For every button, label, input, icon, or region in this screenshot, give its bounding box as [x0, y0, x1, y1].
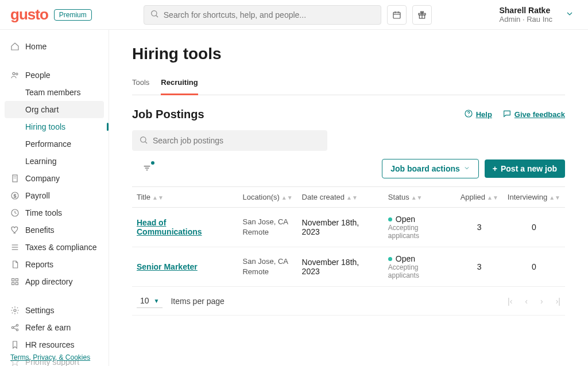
bookmark-icon — [10, 340, 20, 349]
tab-recruiting[interactable]: Recruiting — [161, 73, 198, 95]
svg-point-33 — [468, 115, 469, 116]
search-icon — [150, 9, 159, 20]
job-status: OpenAccepting applicants — [388, 215, 451, 240]
svg-rect-11 — [13, 175, 17, 182]
nav-benefits[interactable]: Benefits — [0, 221, 109, 239]
sidebar: Home People Team members Org chart Hirin… — [0, 30, 109, 366]
global-search[interactable] — [144, 5, 381, 25]
user-meta: Admin · Rau Inc — [499, 15, 552, 24]
footer-legal-link[interactable]: Terms, Privacy, & Cookies — [0, 349, 109, 366]
svg-line-1 — [156, 15, 158, 17]
job-status: OpenAccepting applicants — [388, 254, 451, 279]
page-size-select[interactable]: 10 ▼ — [137, 294, 163, 308]
col-status[interactable]: Status▲▼ — [384, 187, 456, 208]
main-content: Hiring tools Tools Recruiting Job Postin… — [109, 30, 588, 366]
help-icon — [464, 109, 473, 120]
post-job-button[interactable]: + Post a new job — [485, 159, 565, 178]
job-title-link[interactable]: Senior Marketer — [137, 262, 198, 271]
svg-rect-21 — [12, 279, 14, 281]
tab-tools[interactable]: Tools — [132, 73, 149, 95]
sort-icon: ▲▼ — [152, 194, 164, 201]
col-title[interactable]: Title▲▼ — [132, 187, 238, 208]
chevron-down-icon — [463, 164, 470, 173]
svg-rect-2 — [393, 12, 400, 18]
gift-icon[interactable] — [412, 5, 432, 25]
nav-payroll[interactable]: Payroll — [0, 187, 109, 204]
sort-icon: ▲▼ — [346, 194, 358, 201]
premium-badge[interactable]: Premium — [54, 9, 92, 21]
grid-icon — [10, 277, 20, 286]
sort-icon: ▲▼ — [411, 194, 423, 201]
status-dot-icon — [388, 257, 392, 261]
page-next-button[interactable]: › — [540, 297, 543, 306]
job-location: San Jose, CARemote — [238, 247, 297, 287]
svg-line-35 — [145, 142, 147, 143]
filter-icon — [142, 163, 152, 174]
sort-icon: ▲▼ — [487, 194, 498, 201]
status-dot-icon — [388, 217, 392, 221]
nav-hiring-tools[interactable]: Hiring tools — [0, 118, 109, 135]
feedback-link[interactable]: Give feedback — [502, 109, 565, 120]
building-icon — [10, 174, 20, 183]
svg-point-0 — [151, 11, 156, 16]
page-last-button[interactable]: ›| — [556, 297, 560, 306]
svg-point-34 — [141, 137, 146, 142]
nav-learning[interactable]: Learning — [0, 153, 109, 170]
nav-people[interactable]: People — [0, 67, 109, 84]
share-icon — [10, 323, 20, 332]
table-row: Senior Marketer San Jose, CARemote Novem… — [132, 247, 565, 287]
svg-point-10 — [16, 73, 18, 75]
items-per-page-label: Items per page — [171, 297, 224, 306]
svg-line-29 — [13, 326, 16, 328]
sort-icon: ▲▼ — [281, 194, 293, 201]
nav-org-chart[interactable]: Org chart — [5, 101, 104, 118]
job-search-input[interactable] — [153, 136, 320, 145]
nav-settings[interactable]: Settings — [0, 302, 109, 319]
job-board-actions-button[interactable]: Job board actions — [382, 159, 479, 178]
svg-line-30 — [13, 328, 16, 330]
section-title: Job Postings — [132, 108, 204, 121]
col-interviewing[interactable]: Interviewing▲▼ — [503, 187, 565, 208]
nav-performance[interactable]: Performance — [0, 135, 109, 153]
nav-reports[interactable]: Reports — [0, 256, 109, 273]
filter-button[interactable] — [139, 161, 155, 177]
job-applied: 3 — [456, 208, 503, 247]
plus-icon: + — [493, 164, 497, 173]
job-interviewing: 0 — [503, 208, 565, 247]
global-search-input[interactable] — [164, 10, 375, 20]
job-location: San Jose, CARemote — [238, 208, 297, 247]
page-prev-button[interactable]: ‹ — [525, 297, 528, 306]
jobs-table: Title▲▼ Location(s)▲▼ Date created▲▼ Sta… — [132, 186, 565, 287]
nav-refer[interactable]: Refer & earn — [0, 319, 109, 336]
job-applied: 3 — [456, 247, 503, 287]
nav-taxes[interactable]: Taxes & compliance — [0, 239, 109, 256]
chevron-down-icon[interactable] — [562, 6, 578, 24]
svg-point-9 — [13, 72, 15, 75]
job-title-link[interactable]: Head of Communications — [137, 218, 202, 236]
user-menu[interactable]: Sharell Ratke Admin · Rau Inc — [499, 6, 578, 24]
page-title: Hiring tools — [132, 45, 565, 63]
svg-rect-22 — [16, 279, 18, 281]
calendar-icon[interactable] — [387, 5, 407, 25]
job-search[interactable] — [132, 130, 327, 151]
tabs: Tools Recruiting — [132, 73, 565, 95]
logo[interactable]: gusto — [10, 6, 48, 24]
list-icon — [10, 243, 20, 252]
svg-point-25 — [14, 309, 16, 312]
col-locations[interactable]: Location(s)▲▼ — [238, 187, 297, 208]
page-first-button[interactable]: |‹ — [508, 297, 512, 306]
nav-time-tools[interactable]: Time tools — [0, 204, 109, 221]
pagination: 10 ▼ Items per page |‹ ‹ › ›| — [132, 287, 565, 316]
col-date[interactable]: Date created▲▼ — [297, 187, 384, 208]
nav-company[interactable]: Company — [0, 170, 109, 187]
job-date: November 18th, 2023 — [297, 208, 384, 247]
dollar-icon — [10, 191, 20, 200]
svg-rect-23 — [12, 282, 14, 285]
help-link[interactable]: Help — [464, 109, 492, 120]
nav-team-members[interactable]: Team members — [0, 84, 109, 101]
user-name: Sharell Ratke — [499, 6, 552, 15]
job-interviewing: 0 — [503, 247, 565, 287]
nav-home[interactable]: Home — [0, 38, 109, 55]
nav-app-directory[interactable]: App directory — [0, 273, 109, 290]
col-applied[interactable]: Applied▲▼ — [456, 187, 503, 208]
